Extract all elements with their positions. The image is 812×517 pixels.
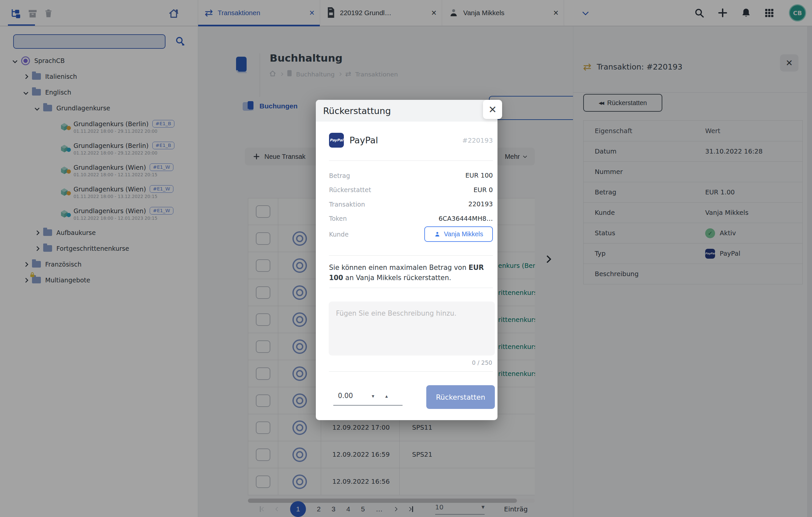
field-value: 6CA36444MH8… xyxy=(438,215,493,222)
field-label: Rückerstattet xyxy=(329,186,371,193)
divider xyxy=(329,160,493,161)
description-textarea[interactable] xyxy=(329,302,495,356)
field-label: Betrag xyxy=(329,172,350,179)
divider xyxy=(329,288,493,288)
provider-name: PayPal xyxy=(349,135,378,145)
amount-input[interactable] xyxy=(338,392,364,400)
modal-fields: BetragEUR 100RückerstattetEUR 0Transakti… xyxy=(329,169,493,226)
modal-field-row: Token6CA36444MH8… xyxy=(329,212,493,226)
button-label: Vanja Mikkels xyxy=(444,230,483,238)
modal-field-row: BetragEUR 100 xyxy=(329,169,493,183)
transaction-number: #220193 xyxy=(462,136,493,144)
modal-field-row: RückerstattetEUR 0 xyxy=(329,183,493,197)
divider xyxy=(329,255,493,256)
divider xyxy=(329,371,493,372)
char-counter: 0 / 250 xyxy=(472,360,492,366)
field-value: 220193 xyxy=(468,200,493,208)
person-icon xyxy=(434,231,440,237)
customer-button[interactable]: Vanja Mikkels xyxy=(424,226,493,242)
paypal-logo: PayPal xyxy=(329,133,344,148)
refund-info-text: Sie können einen maximalen Betrag von EU… xyxy=(329,263,487,283)
field-label: Transaktion xyxy=(329,201,365,208)
customer-row: Kunde Vanja Mikkels xyxy=(329,226,493,242)
field-label: Kunde xyxy=(329,231,348,238)
refund-modal: Rückerstattung ✕ PayPal PayPal #220193 B… xyxy=(316,100,497,420)
modal-field-row: Transaktion220193 xyxy=(329,197,493,212)
modal-close-icon[interactable]: ✕ xyxy=(483,100,502,119)
stepper-down-icon[interactable]: ▼ xyxy=(371,394,375,399)
modal-title: Rückerstattung xyxy=(323,106,391,116)
modal-header: Rückerstattung xyxy=(316,100,497,122)
field-value: EUR 100 xyxy=(465,172,493,179)
refund-submit-button[interactable]: Rückerstatten xyxy=(426,385,495,409)
refund-amount-stepper: ▼ ▲ xyxy=(333,384,403,406)
payment-provider-row: PayPal PayPal #220193 xyxy=(329,133,493,148)
app-root: SprachCB ItalienischEnglischGrundlagenku… xyxy=(0,0,812,517)
field-label: Token xyxy=(329,215,347,222)
field-value: EUR 0 xyxy=(473,186,493,194)
stepper-up-icon[interactable]: ▲ xyxy=(384,394,389,399)
